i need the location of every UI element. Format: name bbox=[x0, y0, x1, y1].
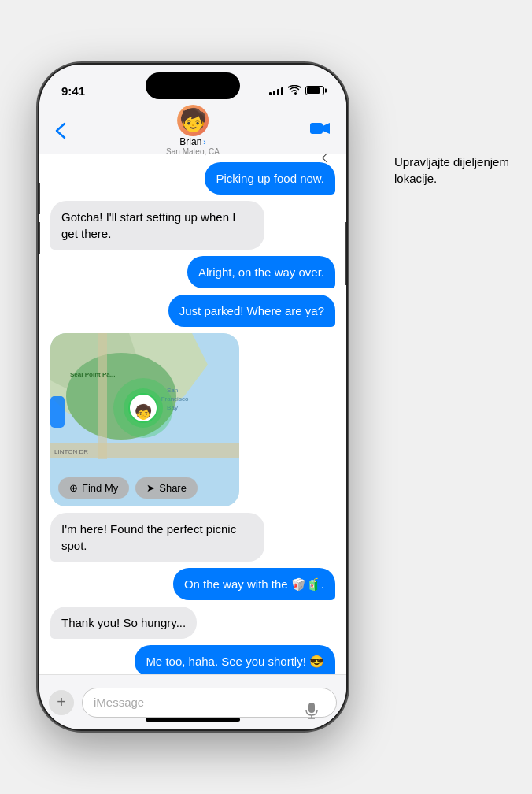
home-indicator bbox=[146, 718, 240, 722]
message-row: Alright, on the way over. bbox=[50, 256, 335, 288]
message-bubble-sent[interactable]: Just parked! Where are ya? bbox=[168, 295, 335, 327]
svg-text:LINTON DR: LINTON DR bbox=[54, 448, 88, 455]
svg-text:Seal Point Pa...: Seal Point Pa... bbox=[70, 371, 115, 378]
message-bubble-received[interactable]: Gotcha! I'll start setting up when I get… bbox=[50, 201, 264, 250]
status-bar: 9:41 bbox=[39, 65, 346, 107]
side-button bbox=[345, 222, 346, 285]
find-my-button[interactable]: ⊕ Find My bbox=[58, 477, 129, 499]
map-buttons: ⊕ Find My ➤ Share bbox=[58, 477, 198, 499]
contact-name: Brian bbox=[179, 136, 201, 147]
phone-frame: 9:41 bbox=[39, 65, 346, 729]
map-bubble[interactable]: LINTON DR Seal Point Pa... San Francisco… bbox=[50, 333, 239, 506]
message-bubble-sent[interactable]: Picking up food now. bbox=[205, 162, 335, 195]
message-bubble-sent[interactable]: Me too, haha. See you shortly! 😎 bbox=[135, 645, 335, 674]
message-row: Picking up food now. bbox=[50, 162, 335, 195]
status-icons bbox=[269, 85, 324, 97]
message-row-map: LINTON DR Seal Point Pa... San Francisco… bbox=[50, 333, 335, 506]
message-bubble-received[interactable]: Thank you! So hungry... bbox=[50, 607, 197, 639]
annotation-text: Upravljajte dijeljenjem lokacije. bbox=[394, 155, 509, 185]
signal-bar-1 bbox=[269, 92, 272, 95]
svg-rect-6 bbox=[98, 333, 107, 459]
message-bubble-sent[interactable]: On the way with the 🥡🧃. bbox=[173, 568, 335, 600]
volume-up-button bbox=[39, 183, 40, 214]
message-input[interactable]: iMessage bbox=[82, 688, 337, 718]
signal-bars-icon bbox=[269, 86, 283, 95]
message-row: On the way with the 🥡🧃. bbox=[50, 568, 335, 600]
share-button[interactable]: ➤ Share bbox=[135, 477, 198, 499]
svg-text:🧒: 🧒 bbox=[135, 403, 153, 421]
message-input-wrapper: iMessage bbox=[82, 688, 337, 718]
signal-bar-4 bbox=[281, 87, 283, 95]
messages-area: Picking up food now. Gotcha! I'll start … bbox=[39, 154, 346, 674]
annotation-line bbox=[323, 158, 390, 158]
contact-location: San Mateo, CA bbox=[166, 147, 220, 156]
volume-down-button bbox=[39, 222, 40, 254]
back-button[interactable] bbox=[55, 122, 66, 139]
message-bubble-received[interactable]: I'm here! Found the perfect picnic spot. bbox=[50, 513, 264, 562]
share-icon: ➤ bbox=[146, 482, 155, 494]
signal-bar-2 bbox=[273, 91, 275, 95]
annotation: Upravljajte dijeljenjem lokacije. bbox=[394, 154, 516, 187]
video-call-button[interactable] bbox=[310, 121, 331, 139]
contact-name-row: Brian › bbox=[179, 136, 205, 147]
svg-rect-0 bbox=[310, 123, 323, 134]
message-row: I'm here! Found the perfect picnic spot. bbox=[50, 513, 335, 562]
battery-fill bbox=[307, 87, 320, 94]
message-row: Just parked! Where are ya? bbox=[50, 295, 335, 327]
avatar: 🧒 bbox=[177, 105, 209, 136]
findmy-icon: ⊕ bbox=[69, 482, 78, 494]
signal-bar-3 bbox=[277, 89, 279, 95]
svg-rect-16 bbox=[50, 396, 65, 428]
wifi-icon bbox=[288, 85, 301, 97]
svg-rect-17 bbox=[308, 703, 315, 713]
battery-icon bbox=[305, 86, 324, 95]
message-row: Thank you! So hungry... bbox=[50, 607, 335, 639]
chevron-right-icon: › bbox=[203, 138, 205, 147]
message-row: Gotcha! I'll start setting up when I get… bbox=[50, 201, 335, 250]
contact-header[interactable]: 🧒 Brian › San Mateo, CA bbox=[166, 105, 220, 156]
nav-bar: 🧒 Brian › San Mateo, CA bbox=[39, 107, 346, 154]
input-placeholder: iMessage bbox=[94, 696, 144, 709]
message-row: Me too, haha. See you shortly! 😎 Deliver… bbox=[50, 645, 335, 674]
add-button[interactable]: + bbox=[49, 690, 74, 715]
message-bubble-sent[interactable]: Alright, on the way over. bbox=[187, 256, 335, 288]
status-time: 9:41 bbox=[61, 84, 85, 98]
dynamic-island bbox=[146, 72, 240, 99]
